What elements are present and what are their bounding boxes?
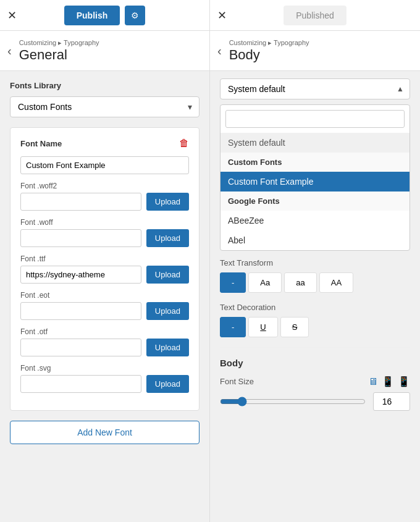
- slider-row: [220, 392, 410, 411]
- right-panel-content: System default ▲ System default Custom F…: [210, 71, 420, 418]
- transform-none-button[interactable]: -: [220, 272, 246, 293]
- font-selector-button[interactable]: System default: [220, 78, 410, 99]
- breadcrumb-bar: ‹ Customizing ▸ Typography General ‹ Cus…: [0, 31, 420, 71]
- font-eot-upload-button[interactable]: Upload: [146, 302, 189, 320]
- font-size-slider[interactable]: [220, 397, 366, 406]
- font-woff2-row: Upload: [20, 193, 189, 211]
- font-ttf-row: Upload: [20, 266, 189, 284]
- breadcrumb-left: ‹ Customizing ▸ Typography General: [0, 31, 210, 70]
- fonts-library-label: Fonts Library: [10, 81, 200, 90]
- font-woff2-upload-button[interactable]: Upload: [146, 193, 189, 211]
- font-eot-label: Font .eot: [20, 291, 189, 300]
- font-selector-value: System default: [228, 84, 285, 94]
- device-icons: 🖥 📱 📱: [368, 376, 410, 387]
- desktop-icon[interactable]: 🖥: [368, 376, 378, 387]
- panel-left: Fonts Library Custom Fonts ▾ Font Name 🗑…: [0, 71, 210, 522]
- body-section: Body Font Size 🖥 📱 📱: [220, 347, 410, 411]
- add-new-font-button[interactable]: Add New Font: [10, 421, 200, 444]
- font-woff-label: Font .woff: [20, 218, 189, 227]
- font-size-label: Font Size: [220, 377, 254, 386]
- font-eot-row: Upload: [20, 302, 189, 320]
- dropdown-group-google-fonts: Google Fonts: [220, 192, 410, 211]
- font-card-header: Font Name 🗑: [20, 138, 189, 149]
- dropdown-item-abeezee[interactable]: ABeeZee: [220, 211, 410, 230]
- font-svg-row: Upload: [20, 375, 189, 393]
- decoration-underline-button[interactable]: U: [248, 317, 277, 337]
- text-transform-label: Text Transform: [220, 258, 410, 267]
- dropdown-system-default[interactable]: System default: [220, 133, 410, 153]
- breadcrumb-text-left: Customizing ▸ Typography General: [19, 39, 99, 63]
- dropdown-item-abel[interactable]: Abel: [220, 230, 410, 250]
- decoration-strikethrough-button[interactable]: S: [280, 317, 309, 337]
- font-ttf-label: Font .ttf: [20, 255, 189, 263]
- dropdown-group-custom-fonts: Custom Fonts: [220, 153, 410, 172]
- font-size-input[interactable]: [373, 392, 410, 411]
- body-section-title: Body: [220, 358, 410, 368]
- font-ttf-group: Font .ttf Upload: [20, 255, 189, 284]
- breadcrumb-title-right: Body: [229, 47, 309, 63]
- font-eot-group: Font .eot Upload: [20, 291, 189, 320]
- published-button: Published: [284, 6, 346, 25]
- font-svg-upload-button[interactable]: Upload: [146, 375, 189, 393]
- top-bar: ✕ Publish ⚙ ✕ Published: [0, 0, 420, 31]
- delete-font-button[interactable]: 🗑: [179, 138, 189, 149]
- font-woff-row: Upload: [20, 229, 189, 247]
- transform-lowercase-button[interactable]: aa: [284, 272, 316, 293]
- text-decoration-label: Text Decoration: [220, 303, 410, 312]
- font-woff-upload-button[interactable]: Upload: [146, 229, 189, 247]
- font-woff2-input[interactable]: [20, 193, 141, 211]
- transform-capitalize-button[interactable]: Aa: [248, 272, 282, 293]
- close-left-button[interactable]: ✕: [7, 9, 17, 22]
- font-woff-group: Font .woff Upload: [20, 218, 189, 247]
- breadcrumb-nav-right: Customizing ▸ Typography: [229, 39, 309, 47]
- panel-right: System default ▲ System default Custom F…: [210, 71, 420, 522]
- top-bar-left: ✕ Publish ⚙: [0, 0, 210, 30]
- mobile-icon[interactable]: 📱: [398, 376, 410, 387]
- font-svg-label: Font .svg: [20, 364, 189, 373]
- font-svg-group: Font .svg Upload: [20, 364, 189, 393]
- text-decoration-btn-group: - U S: [220, 317, 410, 337]
- font-eot-input[interactable]: [20, 302, 141, 320]
- font-library-select[interactable]: Custom Fonts: [10, 96, 200, 117]
- font-library-select-wrapper: Custom Fonts ▾: [10, 96, 200, 117]
- font-search-input[interactable]: [225, 110, 405, 128]
- dropdown-item-custom-font-example[interactable]: Custom Font Example: [220, 172, 410, 192]
- font-svg-input[interactable]: [20, 375, 141, 393]
- breadcrumb-right: ‹ Customizing ▸ Typography Body: [210, 31, 420, 70]
- settings-button[interactable]: ⚙: [125, 6, 145, 25]
- font-otf-label: Font .otf: [20, 327, 189, 336]
- text-transform-btn-group: - Aa aa AA: [220, 272, 410, 293]
- breadcrumb-title-left: General: [19, 47, 99, 63]
- transform-uppercase-button[interactable]: AA: [319, 272, 353, 293]
- font-woff2-group: Font .woff2 Upload: [20, 182, 189, 211]
- font-ttf-upload-button[interactable]: Upload: [146, 266, 189, 284]
- tablet-icon[interactable]: 📱: [382, 376, 394, 387]
- back-arrow-right[interactable]: ‹: [217, 44, 222, 58]
- font-selector-wrapper: System default ▲: [220, 78, 410, 99]
- font-otf-input[interactable]: [20, 339, 141, 356]
- font-otf-row: Upload: [20, 339, 189, 356]
- font-otf-group: Font .otf Upload: [20, 327, 189, 356]
- font-name-input[interactable]: [20, 156, 189, 174]
- main-panels: Fonts Library Custom Fonts ▾ Font Name 🗑…: [0, 71, 420, 522]
- text-decoration-section: Text Decoration - U S: [220, 303, 410, 337]
- font-woff-input[interactable]: [20, 229, 141, 247]
- font-ttf-input[interactable]: [20, 266, 141, 284]
- font-woff2-label: Font .woff2: [20, 182, 189, 190]
- back-arrow-left[interactable]: ‹: [7, 44, 12, 58]
- top-bar-right: ✕ Published: [210, 0, 420, 30]
- text-transform-section: Text Transform - Aa aa AA: [220, 258, 410, 293]
- font-card: Font Name 🗑 Font .woff2 Upload Font .wof…: [10, 127, 200, 411]
- font-name-label: Font Name: [20, 139, 62, 148]
- font-dropdown-panel: System default Custom Fonts Custom Font …: [220, 104, 410, 251]
- font-size-row: Font Size 🖥 📱 📱: [220, 376, 410, 387]
- publish-button[interactable]: Publish: [64, 6, 120, 25]
- close-right-button[interactable]: ✕: [217, 9, 227, 22]
- breadcrumb-nav-left: Customizing ▸ Typography: [19, 39, 99, 47]
- breadcrumb-text-right: Customizing ▸ Typography Body: [229, 39, 309, 63]
- decoration-none-button[interactable]: -: [220, 317, 246, 337]
- font-otf-upload-button[interactable]: Upload: [146, 339, 189, 356]
